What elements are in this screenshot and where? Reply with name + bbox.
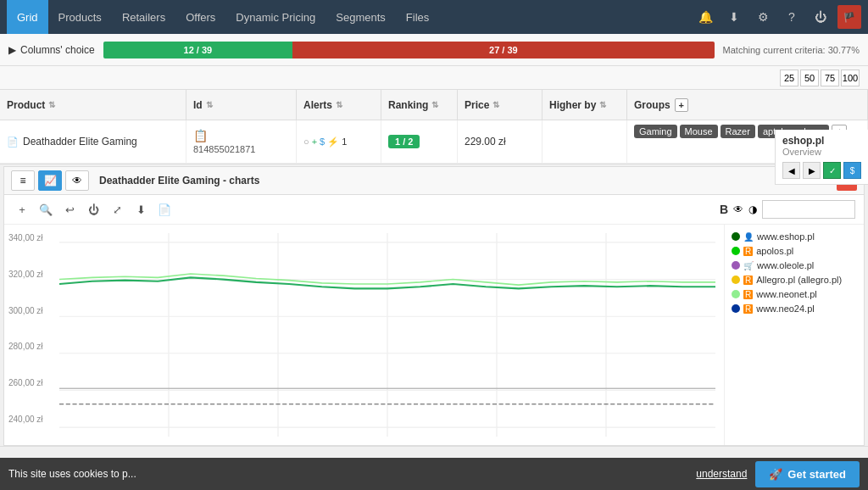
chart-legend: 👤 www.eshop.pl R apolos.pl 🛒 www.oleole.… [724, 225, 864, 445]
page-size-50[interactable]: 50 [800, 70, 819, 86]
chart-bold-toggle[interactable]: B [720, 203, 728, 216]
chart-reset-icon[interactable]: ⏻ [84, 200, 103, 219]
chart-add-icon[interactable]: + [13, 200, 31, 219]
legend-label-apolos: apolos.pl [756, 246, 793, 256]
matching-criteria-text: Matching current criteria: 30.77% [723, 45, 860, 55]
chart-half-eye-icon[interactable]: ◑ [748, 203, 757, 215]
page-size-75[interactable]: 75 [821, 70, 839, 86]
nav-segments[interactable]: Segments [326, 0, 396, 34]
y-label-1: 240,00 zł [8, 415, 43, 424]
legend-dot-allegro [732, 276, 740, 284]
nav-products[interactable]: Products [48, 0, 112, 34]
get-started-btn[interactable]: 🚀 Get started [755, 461, 860, 487]
right-panel-prev-btn[interactable]: ◀ [782, 162, 800, 179]
legend-dot-neonet [732, 290, 740, 298]
cookie-understand-btn[interactable]: understand [696, 468, 747, 480]
legend-label-oleole: www.oleole.pl [757, 260, 814, 270]
group-tag-razer[interactable]: Razer [721, 125, 755, 138]
chart-tab-grid[interactable]: ≡ [11, 170, 35, 191]
right-panel-subtitle: Overview [782, 147, 861, 157]
add-group-header-btn[interactable]: + [675, 98, 688, 112]
columns-progress-green: 12 / 39 [103, 42, 292, 58]
nav-files[interactable]: Files [396, 0, 439, 34]
page-size-25[interactable]: 25 [780, 70, 798, 86]
y-label-3: 280,00 zł [8, 342, 43, 351]
legend-dot-oleole [732, 261, 740, 270]
legend-label-eshop: www.eshop.pl [757, 231, 815, 242]
help-icon[interactable]: ? [780, 5, 804, 29]
group-tag-mouse[interactable]: Mouse [680, 125, 718, 138]
th-higher-by[interactable]: Higher by⇅ [542, 90, 627, 120]
top-navigation: Grid Products Retailers Offers Dynamic P… [0, 0, 868, 34]
nav-retailers[interactable]: Retailers [112, 0, 175, 34]
legend-person-icon: 👤 [743, 232, 754, 242]
alert-plus-icon: + [312, 136, 317, 147]
pagination-top: 25 50 75 100 [0, 66, 868, 90]
right-panel-dollar-btn[interactable]: $ [843, 162, 861, 179]
y-label-5: 320,00 zł [8, 270, 43, 279]
td-alerts: ○ + $ ⚡ 1 [297, 120, 381, 163]
chart-undo-icon[interactable]: ↩ [60, 200, 79, 219]
legend-item-allegro: R Allegro.pl (allegro.pl) [732, 275, 857, 285]
chart-download-icon[interactable]: ⬇ [131, 200, 150, 219]
product-id-value: 814855021871 [193, 144, 255, 154]
cookie-bar: This site uses cookies to p... understan… [0, 458, 868, 490]
legend-label-neonet: www.neonet.pl [756, 289, 817, 299]
table-header: Product⇅ Id⇅ Alerts⇅ Ranking⇅ Price⇅ Hig… [0, 90, 868, 120]
download-icon[interactable]: ⬇ [722, 5, 746, 29]
y-label-6: 340,00 zł [8, 233, 43, 242]
alert-thunder-icon: ⚡ [327, 136, 339, 148]
legend-retailer-icon-neonet: R [743, 290, 753, 299]
horizontal-scrollbar[interactable] [0, 446, 868, 458]
columns-progress-bar: 12 / 39 27 / 39 [103, 42, 715, 58]
group-tag-gaming[interactable]: Gaming [634, 125, 677, 138]
nav-grid[interactable]: Grid [7, 0, 48, 34]
th-product[interactable]: Product⇅ [0, 90, 186, 120]
chart-eye-icon[interactable]: 👁 [733, 203, 743, 215]
chart-toolbar: + 🔍 ↩ ⏻ ⤢ ⬇ 📄 B 👁 ◑ [4, 195, 864, 225]
alert-circle-icon: ○ [303, 136, 309, 147]
legend-dot-eshop [732, 232, 740, 241]
right-panel-check-btn[interactable]: ✓ [823, 162, 841, 179]
price-value: 229.00 zł [465, 136, 506, 148]
alerts-content: ○ + $ ⚡ 1 [303, 136, 347, 148]
settings-icon[interactable]: ⚙ [751, 5, 775, 29]
th-alerts[interactable]: Alerts⇅ [297, 90, 381, 120]
chart-export-icon[interactable]: 📄 [155, 200, 174, 219]
product-id-copy-icon[interactable]: 📋 [193, 129, 208, 142]
chart-search-icon[interactable]: 🔍 [36, 200, 55, 219]
th-id[interactable]: Id⇅ [186, 90, 297, 120]
nav-offers[interactable]: Offers [175, 0, 225, 34]
right-panel-next-btn[interactable]: ▶ [803, 162, 821, 179]
td-product: 📄 Deathadder Elite Gaming [0, 120, 186, 163]
cookie-text: This site uses cookies to p... [8, 468, 687, 480]
notifications-icon[interactable]: 🔔 [693, 5, 717, 29]
th-price[interactable]: Price⇅ [458, 90, 542, 120]
columns-arrow-icon: ▶ [8, 44, 16, 56]
chart-tab-eye[interactable]: 👁 [65, 170, 89, 191]
right-panel: eshop.pl Overview ◀ ▶ ✓ $ [775, 130, 868, 185]
chart-tab-line[interactable]: 📈 [38, 170, 62, 191]
y-label-2: 260,00 zł [8, 378, 43, 387]
nav-dynamic-pricing[interactable]: Dynamic Pricing [225, 0, 326, 34]
legend-item-neonet: R www.neonet.pl [732, 289, 857, 299]
columns-choice-bar: ▶ Columns' choice 12 / 39 27 / 39 Matchi… [0, 34, 868, 66]
alert-dollar-icon: $ [320, 136, 325, 147]
legend-retailer-icon-apolos: R [743, 247, 753, 256]
columns-toggle[interactable]: ▶ Columns' choice [8, 44, 95, 56]
chart-legend-search[interactable] [762, 200, 855, 219]
rocket-icon: 🚀 [769, 468, 782, 481]
legend-dot-apolos [732, 247, 740, 255]
legend-item-oleole: 🛒 www.oleole.pl [732, 260, 857, 270]
language-flag-icon[interactable]: 🏴 [837, 5, 861, 29]
td-price: 229.00 zł [458, 120, 542, 163]
power-icon[interactable]: ⏻ [809, 5, 832, 29]
td-id: 📋 814855021871 [186, 120, 297, 163]
chart-expand-icon[interactable]: ⤢ [108, 200, 126, 219]
td-higher-by-value [542, 120, 627, 163]
chart-tabs: ≡ 📈 👁 Deathadder Elite Gaming - charts × [4, 167, 864, 195]
page-size-100[interactable]: 100 [841, 70, 860, 86]
th-groups[interactable]: Groups + [627, 90, 868, 120]
td-ranking: 1 / 2 [381, 120, 458, 163]
th-ranking[interactable]: Ranking⇅ [381, 90, 458, 120]
